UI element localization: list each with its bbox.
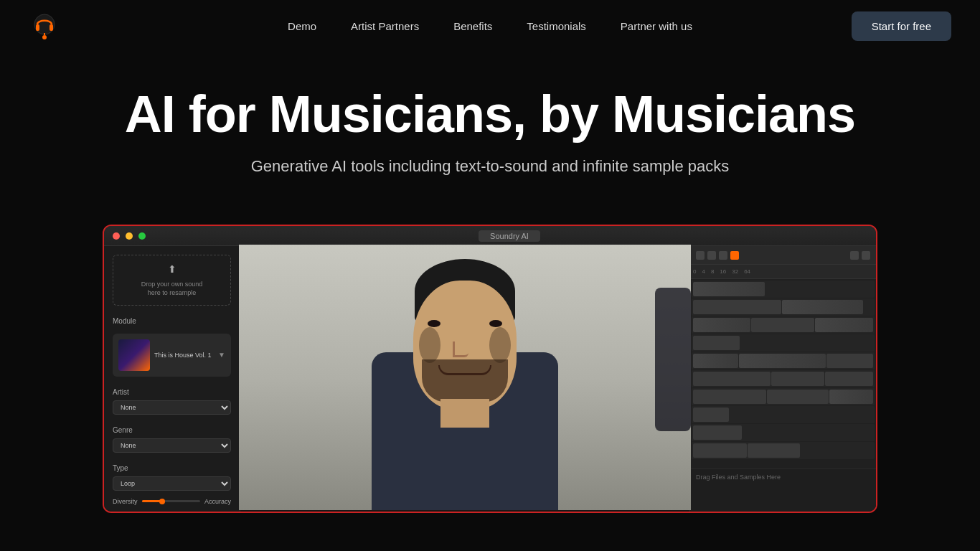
module-card[interactable]: This is House Vol. 1 ▼ (113, 334, 231, 377)
person-cheek-stubble-right (489, 327, 511, 363)
track-block[interactable] (693, 443, 747, 458)
type-filter: Type Loop (113, 460, 231, 491)
hero-title: AI for Musicians, by Musicians (29, 86, 951, 143)
track-block[interactable] (767, 390, 829, 404)
timeline-mark: 8 (711, 268, 714, 275)
track-block[interactable] (693, 408, 729, 422)
daw-play-btn[interactable] (696, 251, 705, 260)
timeline-mark: 0 (693, 268, 696, 275)
hero-section: AI for Musicians, by Musicians Generativ… (0, 52, 980, 225)
track-block[interactable] (826, 354, 873, 368)
svg-point-3 (42, 35, 47, 39)
nav-testimonials[interactable]: Testimonials (527, 20, 586, 32)
upload-line2: here to resample (121, 288, 223, 298)
person-left-eye (428, 320, 440, 327)
upload-area[interactable]: ⬆ Drop your own sound here to resample (113, 255, 231, 306)
timeline-mark: 64 (744, 268, 750, 275)
track-block[interactable] (782, 300, 863, 314)
daw-toolbar (690, 246, 876, 265)
track-block[interactable] (693, 300, 781, 314)
daw-track (692, 352, 875, 369)
navbar-links: Demo Artist Partners Benefits Testimonia… (288, 20, 692, 32)
track-block[interactable] (829, 390, 873, 404)
track-block[interactable] (748, 443, 800, 458)
timeline-mark: 16 (720, 268, 726, 275)
hero-subtitle: Generative AI tools including text-to-so… (29, 157, 951, 176)
diversity-accuracy-slider: Diversity Accuracy (113, 498, 231, 505)
window-minimize-dot (126, 232, 133, 240)
genre-label: Genre (113, 426, 231, 434)
titlebar-tab: Soundry AI (479, 230, 540, 242)
daw-track (692, 334, 875, 352)
daw-track (692, 370, 875, 387)
genre-filter: Genre None (113, 422, 231, 453)
type-label: Type (113, 464, 231, 472)
daw-menu-btn[interactable] (862, 251, 870, 260)
daw-track (692, 442, 875, 459)
artist-select[interactable]: None (113, 400, 231, 415)
track-block[interactable] (771, 372, 824, 386)
daw-stop-btn[interactable] (707, 251, 716, 260)
artist-label: Artist (113, 388, 231, 396)
track-block[interactable] (693, 282, 765, 296)
daw-orange-btn[interactable] (730, 251, 739, 260)
logo[interactable] (29, 10, 60, 42)
person-right-eye (489, 320, 502, 327)
module-label: Module (113, 317, 231, 325)
svg-rect-2 (50, 24, 53, 31)
track-block[interactable] (693, 336, 740, 350)
timeline-mark: 4 (702, 268, 705, 275)
track-block[interactable] (739, 354, 826, 368)
daw-track (692, 388, 875, 405)
artist-filter: Artist None (113, 384, 231, 415)
person-neck (440, 399, 489, 428)
track-block[interactable] (693, 390, 766, 404)
daw-track (692, 424, 875, 441)
slider-track[interactable] (142, 500, 200, 502)
demo-video-overlay (239, 245, 691, 510)
diversity-label: Diversity (113, 498, 138, 505)
daw-drop-area[interactable]: Drag Files and Samples Here (690, 468, 876, 512)
daw-track (692, 406, 875, 423)
navbar: Demo Artist Partners Benefits Testimonia… (0, 0, 980, 52)
daw-tracks: for(let i=0; i<10; i++) { document.write… (690, 279, 876, 468)
bpm-section: Loop BPM 20 (113, 512, 231, 513)
daw-panel: 0 4 8 16 32 64 for(let i=0; i<10; i++) {… (689, 246, 876, 512)
module-chevron-icon: ▼ (218, 351, 225, 359)
upload-icon: ⬆ (121, 263, 223, 277)
track-block[interactable] (815, 318, 873, 332)
person-head-container (400, 259, 529, 431)
accuracy-label: Accuracy (204, 498, 231, 505)
person-beard (422, 359, 508, 402)
logo-icon (29, 10, 60, 42)
daw-timeline: 0 4 8 16 32 64 (690, 265, 876, 279)
slider-thumb (159, 499, 165, 504)
timeline-mark: 32 (732, 268, 738, 275)
left-panel: ⬆ Drop your own sound here to resample M… (104, 246, 240, 512)
nav-demo[interactable]: Demo (288, 20, 316, 32)
track-block[interactable] (751, 318, 814, 332)
nav-artist-partners[interactable]: Artist Partners (351, 20, 419, 32)
upload-line1: Drop your own sound (121, 280, 223, 289)
daw-record-btn[interactable] (719, 251, 727, 260)
module-thumbnail (118, 339, 150, 371)
person-nose (453, 342, 468, 357)
titlebar-center: Soundry AI (151, 230, 867, 242)
daw-track (692, 281, 875, 298)
nav-partner[interactable]: Partner with us (621, 20, 692, 32)
type-select[interactable]: Loop (113, 476, 231, 491)
track-block[interactable] (693, 318, 750, 332)
track-block[interactable] (825, 372, 873, 386)
daw-settings-btn[interactable] (850, 251, 859, 260)
window-maximize-dot (138, 232, 146, 240)
person-face-skin (413, 281, 517, 410)
track-block[interactable] (693, 354, 738, 368)
person-cheek-stubble-left (419, 327, 440, 363)
svg-rect-1 (36, 24, 39, 31)
chair-back (655, 288, 691, 431)
track-block[interactable] (693, 372, 771, 386)
track-block[interactable] (693, 425, 742, 440)
genre-select[interactable]: None (113, 438, 231, 453)
start-free-button[interactable]: Start for free (852, 11, 951, 41)
nav-benefits[interactable]: Benefits (453, 20, 492, 32)
